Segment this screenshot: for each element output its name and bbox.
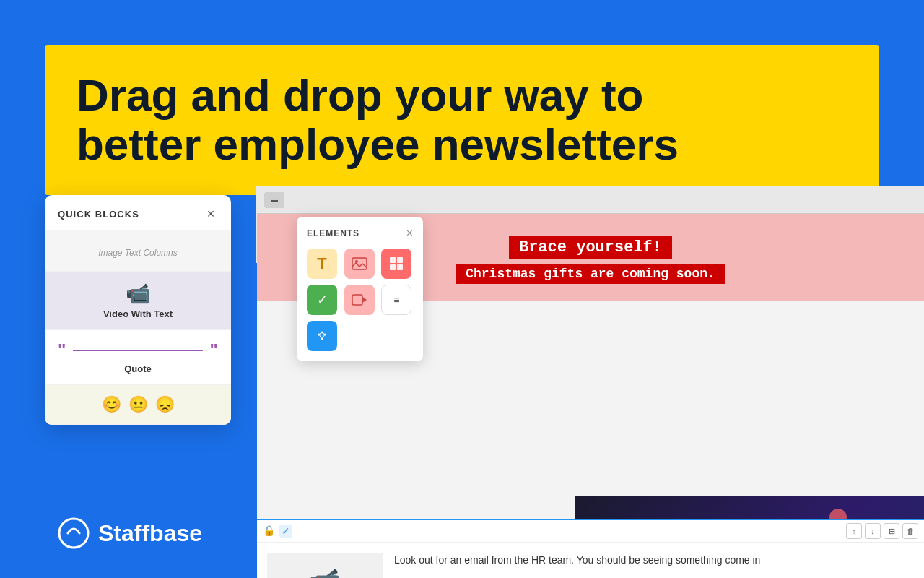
element-text-button[interactable]: T — [307, 249, 337, 279]
email-bottom-section: 🔒 ✓ ↑ ↓ ⊞ 🗑 🎞 📹 Look out for an email fr… — [257, 519, 924, 578]
elements-grid: T ✓ ≡ — [307, 249, 413, 351]
quote-open-mark: " — [58, 340, 66, 361]
quote-line — [73, 350, 202, 351]
quick-block-item-quote[interactable]: " " Quote — [45, 330, 231, 385]
svg-rect-39 — [397, 257, 403, 263]
email-block-text: Look out for an email from the HR team. … — [394, 553, 914, 578]
element-divider-button[interactable]: ≡ — [381, 285, 411, 315]
svg-point-0 — [59, 519, 88, 548]
sad-icon: 😞 — [155, 395, 175, 414]
quick-blocks-title: QUICK BLOCKS — [58, 209, 139, 220]
toolbar-button[interactable]: ▬ — [264, 192, 284, 208]
duplicate-button[interactable]: ⊞ — [884, 523, 899, 539]
block-left-icons: 🔒 ✓ — [263, 525, 292, 538]
svg-rect-40 — [390, 264, 396, 270]
quick-blocks-close-button[interactable]: × — [204, 207, 218, 221]
christmas-gifts-text: Christmas gifts are coming soon. — [456, 264, 725, 284]
quick-blocks-panel: QUICK BLOCKS × Image Text Columns 📹 Vide… — [45, 195, 231, 425]
quick-block-item-image-text[interactable]: Image Text Columns — [45, 230, 231, 272]
delete-button[interactable]: 🗑 — [902, 523, 918, 539]
video-icon — [352, 293, 367, 306]
check-icon[interactable]: ✓ — [279, 525, 292, 538]
quick-blocks-header: QUICK BLOCKS × — [45, 195, 231, 230]
block-toolbar: 🔒 ✓ ↑ ↓ ⊞ 🗑 — [257, 520, 924, 543]
elements-popup-header: ELEMENTS × — [307, 227, 413, 240]
elements-popup: ELEMENTS × T ✓ ≡ — [297, 217, 423, 361]
blocks-icon — [388, 256, 404, 272]
svg-rect-42 — [352, 295, 362, 305]
svg-rect-38 — [390, 257, 396, 263]
quick-block-item-survey[interactable]: 😊 😐 😞 — [45, 385, 231, 425]
hero-title: Drag and drop your way to better employe… — [77, 71, 726, 169]
staffbase-logo: Staffbase — [58, 517, 202, 549]
quick-block-item-video[interactable]: 📹 Video With Text — [45, 272, 231, 330]
lock-icon[interactable]: 🔒 — [263, 525, 275, 538]
elements-popup-title: ELEMENTS — [307, 228, 359, 238]
share-icon — [315, 329, 329, 343]
element-check-button[interactable]: ✓ — [307, 285, 337, 315]
block-right-nav: ↑ ↓ ⊞ 🗑 — [846, 523, 918, 539]
video-play-icon: 📹 — [309, 566, 341, 578]
element-blocks-button[interactable] — [381, 249, 411, 279]
staffbase-logo-text: Staffbase — [98, 520, 202, 547]
hero-banner: Drag and drop your way to better employe… — [45, 45, 879, 195]
image-icon — [352, 257, 367, 270]
happy-icon: 😊 — [102, 395, 121, 414]
video-thumbnail: 🎞 📹 — [267, 553, 383, 578]
quote-block-label: Quote — [58, 363, 218, 374]
move-up-button[interactable]: ↑ — [846, 523, 862, 539]
elements-popup-close-button[interactable]: × — [406, 227, 413, 240]
video-block-icon: 📹 — [58, 282, 218, 306]
staffbase-logo-icon — [58, 517, 90, 549]
move-down-button[interactable]: ↓ — [865, 523, 881, 539]
toolbar-icon: ▬ — [271, 196, 278, 204]
svg-rect-41 — [397, 264, 403, 270]
image-text-label: Image Text Columns — [58, 241, 218, 261]
quote-visual: " " — [58, 340, 218, 361]
svg-marker-43 — [362, 297, 367, 303]
brace-yourself-text: Brace yourself! — [509, 236, 672, 259]
survey-icons: 😊 😐 😞 — [58, 395, 218, 414]
element-share-button[interactable] — [307, 321, 337, 351]
neutral-icon: 😐 — [128, 395, 148, 414]
element-video-button[interactable] — [344, 285, 375, 315]
quote-close-mark: " — [210, 340, 218, 361]
email-block-body: 🎞 📹 Look out for an email from the HR te… — [257, 543, 924, 578]
video-block-label: Video With Text — [58, 309, 218, 319]
editor-toolbar: ▬ — [257, 186, 924, 214]
element-image-button[interactable] — [344, 249, 375, 279]
